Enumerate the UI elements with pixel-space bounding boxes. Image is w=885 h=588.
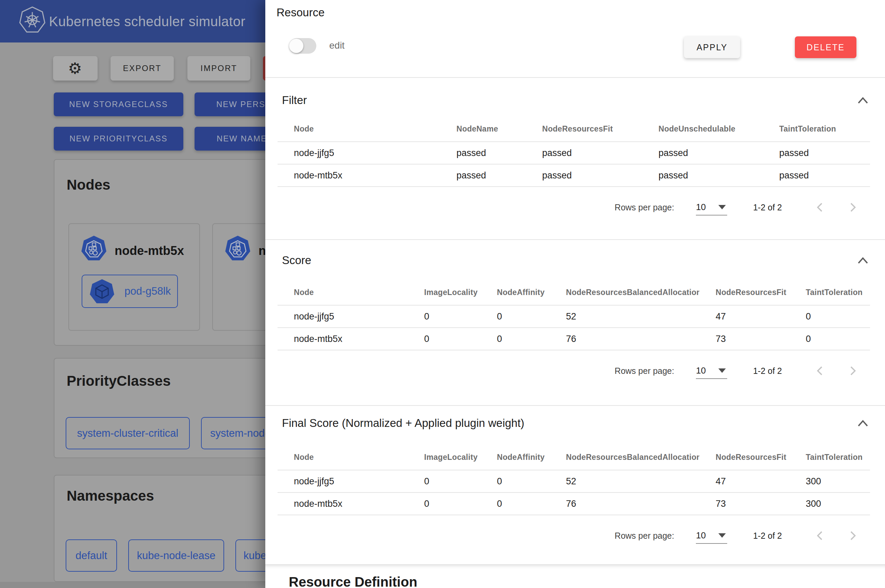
column-header: NodeResourcesBalancedAllocation [550, 445, 699, 470]
export-button[interactable]: EXPORT [111, 56, 174, 81]
drawer-header: Resource edit APPLY DELETE [265, 0, 885, 78]
chevron-up-icon [856, 96, 870, 105]
chevron-right-icon [846, 529, 859, 543]
pagination-range: 1-2 of 2 [753, 531, 782, 541]
column-header: TaintToleration [763, 117, 870, 142]
table-row: node-mtb5x passed passed passed passed [278, 164, 870, 187]
caret-down-icon [718, 205, 726, 209]
column-header: NodeAffinity [481, 280, 550, 305]
column-header: NodeAffinity [481, 445, 550, 470]
cell: node-mtb5x [278, 492, 408, 515]
app-title: Kubernetes scheduler simulator [49, 14, 246, 29]
pod-button[interactable]: pod-g58lk [82, 274, 178, 308]
cell: 300 [789, 492, 870, 515]
table-pagination: Rows per page: 10 1-2 of 2 [278, 192, 870, 223]
table-pagination: Rows per page: 10 1-2 of 2 [278, 520, 870, 551]
priorityclass-item[interactable]: system-cluster-critical [66, 417, 190, 449]
table-row: node-jjfg5 passed passed passed passed [278, 142, 870, 164]
cell: passed [763, 164, 870, 187]
score-table: Node ImageLocality NodeAffinity NodeReso… [278, 280, 870, 350]
chevron-right-icon [846, 364, 859, 378]
table-pagination: Rows per page: 10 1-2 of 2 [278, 355, 870, 387]
rows-per-page-label: Rows per page: [615, 366, 674, 376]
chevron-left-icon [813, 201, 827, 214]
table-row: node-mtb5x 0 0 76 73 0 [278, 328, 870, 350]
column-header: TaintToleration [789, 445, 870, 470]
score-section-title: Score [282, 254, 311, 267]
cell: 73 [699, 328, 789, 350]
cell: passed [526, 164, 642, 187]
apply-button[interactable]: APPLY [684, 36, 740, 58]
column-header: TaintToleration [789, 280, 870, 305]
edit-toggle-thumb [289, 39, 304, 53]
resource-definition-section: Resource Definition [265, 564, 885, 588]
chevron-left-icon [813, 529, 827, 543]
caret-down-icon [718, 533, 726, 538]
page-next-button[interactable] [846, 529, 859, 543]
pod-name: pod-g58lk [125, 285, 171, 297]
final-score-collapse-button[interactable] [856, 419, 870, 428]
page-next-button[interactable] [846, 201, 859, 214]
cell: node-mtb5x [278, 328, 408, 350]
page-prev-button[interactable] [813, 529, 827, 543]
node-card[interactable]: node-mtb5x pod-g58lk [68, 223, 200, 331]
cell: 76 [550, 328, 699, 350]
cell: 0 [481, 470, 550, 492]
rows-per-page-value: 10 [696, 202, 706, 212]
cell: 0 [481, 492, 550, 515]
page-next-button[interactable] [846, 364, 859, 378]
column-header: Node [278, 280, 408, 305]
score-collapse-button[interactable] [856, 256, 870, 265]
cell: 76 [550, 492, 699, 515]
cell: 73 [699, 492, 789, 515]
cell: 0 [789, 328, 870, 350]
table-header-row: Node ImageLocality NodeAffinity NodeReso… [278, 445, 870, 470]
chevron-up-icon [856, 419, 870, 428]
namespace-item[interactable]: default [66, 539, 117, 572]
new-priorityclass-button[interactable]: NEW PRIORITYCLASS [54, 127, 183, 151]
cell: 0 [789, 305, 870, 328]
cell: 300 [789, 470, 870, 492]
page-prev-button[interactable] [813, 201, 827, 214]
cell: passed [526, 142, 642, 164]
node-icon [81, 235, 107, 262]
rows-per-page-value: 10 [696, 365, 706, 376]
cell: node-jjfg5 [278, 470, 408, 492]
cell: 0 [408, 492, 481, 515]
rows-per-page-select[interactable]: 10 [696, 199, 727, 216]
gear-icon: ⚙ [68, 60, 83, 76]
pagination-range: 1-2 of 2 [753, 366, 782, 376]
cell: 0 [481, 305, 550, 328]
rows-per-page-select[interactable]: 10 [696, 363, 727, 379]
filter-collapse-button[interactable] [856, 96, 870, 105]
rows-per-page-select[interactable]: 10 [696, 528, 727, 544]
namespace-item[interactable]: kube-node-lease [128, 539, 224, 572]
resource-drawer: Resource edit APPLY DELETE Filter Node N… [265, 0, 885, 588]
column-header: Node [278, 445, 408, 470]
node-icon [224, 235, 251, 262]
table-row: node-jjfg5 0 0 52 47 300 [278, 470, 870, 492]
rows-per-page-value: 10 [696, 530, 706, 541]
final-score-section: Final Score (Normalized + Applied plugin… [265, 405, 885, 564]
final-score-table: Node ImageLocality NodeAffinity NodeReso… [278, 445, 870, 515]
new-storageclass-button[interactable]: NEW STORAGECLASS [54, 93, 183, 116]
column-header: NodeResourcesFit [699, 280, 789, 305]
resource-definition-title: Resource Definition [289, 574, 870, 588]
cell: node-jjfg5 [278, 142, 440, 164]
filter-section-title: Filter [282, 94, 307, 107]
page-prev-button[interactable] [813, 364, 827, 378]
edit-toggle[interactable] [289, 38, 316, 54]
column-header: ImageLocality [408, 280, 481, 305]
filter-table: Node NodeName NodeResourcesFit NodeUnsch… [278, 117, 870, 187]
settings-button[interactable]: ⚙ [53, 56, 98, 81]
column-header: NodeName [440, 117, 526, 142]
cell: 47 [699, 470, 789, 492]
cell: 52 [550, 470, 699, 492]
cell: passed [642, 164, 763, 187]
import-button[interactable]: IMPORT [188, 56, 250, 81]
priorityclasses-panel-title: PriorityClasses [67, 373, 171, 389]
cell: passed [763, 142, 870, 164]
delete-button[interactable]: DELETE [795, 36, 856, 58]
table-header-row: Node ImageLocality NodeAffinity NodeReso… [278, 280, 870, 305]
kubernetes-logo-icon [19, 6, 45, 34]
